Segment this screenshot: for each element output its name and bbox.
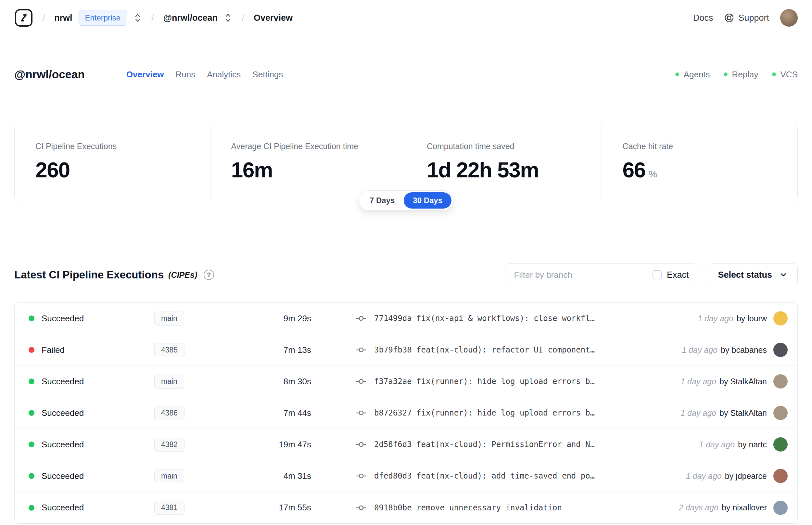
tab-settings[interactable]: Settings bbox=[252, 70, 283, 79]
nx-cloud-logo[interactable] bbox=[14, 9, 33, 27]
status-agents[interactable]: Agents bbox=[675, 70, 710, 79]
commit-text[interactable]: 0918b0be remove unnecessary invalidation bbox=[374, 503, 562, 512]
branch-cell: 4382 bbox=[154, 438, 240, 452]
branch-pill[interactable]: main bbox=[154, 375, 184, 389]
status-label: Failed bbox=[42, 345, 154, 355]
branch-pill[interactable]: main bbox=[154, 312, 184, 326]
stats-card: CI Pipeline Executions 260 Average CI Pi… bbox=[14, 124, 798, 201]
table-row[interactable]: Succeeded 4381 17m 55s 0918b0be remove u… bbox=[15, 492, 797, 523]
duration: 9m 29s bbox=[240, 314, 311, 324]
env-statuses: Agents Replay VCS bbox=[660, 65, 798, 84]
time-ago: 1 day ago bbox=[686, 471, 722, 481]
time-ago: 1 day ago bbox=[699, 440, 735, 449]
breadcrumb: / nrwl Enterprise / @nrwl/ocean / Overvi… bbox=[14, 9, 293, 27]
commit-text[interactable]: dfed80d3 feat(nx-cloud): add time-saved … bbox=[374, 471, 595, 480]
author-avatar bbox=[773, 311, 788, 326]
commit-text[interactable]: 3b79fb38 feat(nx-cloud): refactor UI com… bbox=[374, 345, 595, 355]
breadcrumb-separator: / bbox=[151, 12, 154, 24]
breadcrumb-workspace-group: @nrwl/ocean bbox=[163, 12, 232, 24]
git-commit-icon bbox=[356, 313, 366, 324]
branch-pill[interactable]: main bbox=[154, 469, 184, 483]
branch-filter-input[interactable] bbox=[505, 264, 643, 286]
branch-pill[interactable]: 4381 bbox=[154, 501, 184, 515]
author-avatar bbox=[773, 501, 788, 515]
workspace-switcher-button[interactable] bbox=[224, 12, 232, 24]
up-down-chevron-icon bbox=[224, 12, 232, 24]
green-dot-icon bbox=[724, 73, 727, 76]
status-dot bbox=[29, 315, 34, 321]
exact-checkbox[interactable] bbox=[653, 270, 662, 280]
row-meta: 1 day ago by nartc bbox=[699, 437, 788, 452]
stat-label: CI Pipeline Executions bbox=[35, 141, 197, 151]
commit-text[interactable]: b8726327 fix(runner): hide log upload er… bbox=[374, 408, 595, 418]
time-ago: 1 day ago bbox=[680, 377, 716, 386]
breadcrumb-workspace[interactable]: @nrwl/ocean bbox=[163, 13, 218, 23]
navbar-actions: Docs Support bbox=[693, 9, 798, 27]
breadcrumb-separator: / bbox=[242, 12, 245, 24]
table-row[interactable]: Failed 4385 7m 13s 3b79fb38 feat(nx-clou… bbox=[15, 334, 797, 366]
table-row[interactable]: Succeeded 4382 19m 47s 2d58f6d3 feat(nx-… bbox=[15, 429, 797, 460]
branch-cell: main bbox=[154, 375, 240, 389]
author: by bcabanes bbox=[721, 345, 767, 355]
stat-label: Computation time saved bbox=[427, 141, 588, 151]
branch-pill[interactable]: 4386 bbox=[154, 406, 184, 420]
stat-cache-hit-rate: Cache hit rate 66% bbox=[602, 124, 798, 201]
status-dot bbox=[29, 441, 34, 447]
tab-analytics[interactable]: Analytics bbox=[207, 70, 241, 79]
commit-text[interactable]: 2d58f6d3 feat(nx-cloud): PermissionError… bbox=[374, 440, 595, 449]
commit-cell: 771499da fix(nx-api & workflows): close … bbox=[311, 313, 698, 324]
table-row[interactable]: Succeeded 4386 7m 44s b8726327 fix(runne… bbox=[15, 397, 797, 429]
status-vcs-label: VCS bbox=[781, 70, 798, 79]
branch-cell: 4381 bbox=[154, 501, 240, 515]
status-label: Succeeded bbox=[42, 314, 154, 324]
commit-cell: b8726327 fix(runner): hide log upload er… bbox=[311, 408, 680, 418]
git-commit-icon bbox=[356, 439, 366, 450]
cipe-controls: Exact Select status bbox=[505, 264, 798, 286]
support-link[interactable]: Support bbox=[724, 13, 769, 23]
status-replay[interactable]: Replay bbox=[724, 70, 759, 79]
range-30-days-button[interactable]: 30 Days bbox=[404, 192, 451, 209]
stat-label: Average CI Pipeline Execution time bbox=[231, 141, 393, 151]
breadcrumb-org-group: nrwl Enterprise bbox=[54, 10, 142, 26]
commit-text[interactable]: f37a32ae fix(runner): hide log upload er… bbox=[374, 377, 595, 386]
branch-pill[interactable]: 4382 bbox=[154, 438, 184, 452]
author-avatar bbox=[773, 406, 788, 420]
duration: 7m 13s bbox=[240, 345, 311, 355]
org-switcher-button[interactable] bbox=[133, 12, 142, 24]
status-vcs[interactable]: VCS bbox=[772, 70, 798, 79]
status-dot bbox=[29, 378, 34, 384]
status-select-button[interactable]: Select status bbox=[708, 264, 798, 286]
row-meta: 2 days ago by nixallover bbox=[679, 501, 788, 515]
branch-pill[interactable]: 4385 bbox=[154, 343, 184, 357]
chevron-down-icon bbox=[779, 271, 788, 279]
docs-link[interactable]: Docs bbox=[693, 13, 713, 23]
status-replay-label: Replay bbox=[732, 70, 759, 79]
tab-overview[interactable]: Overview bbox=[126, 70, 164, 79]
table-row[interactable]: Succeeded main 8m 30s f37a32ae fix(runne… bbox=[15, 366, 797, 397]
commit-text[interactable]: 771499da fix(nx-api & workflows): close … bbox=[374, 314, 595, 323]
green-dot-icon bbox=[675, 73, 679, 76]
workspace-tabs: Overview Runs Analytics Settings bbox=[126, 70, 283, 79]
status-agents-label: Agents bbox=[684, 70, 710, 79]
stat-average-execution-time: Average CI Pipeline Execution time 16m bbox=[211, 124, 406, 201]
table-row[interactable]: Succeeded main 4m 31s dfed80d3 feat(nx-c… bbox=[15, 460, 797, 492]
nx-cloud-logo-icon bbox=[14, 9, 33, 27]
support-label: Support bbox=[738, 13, 769, 23]
tab-runs[interactable]: Runs bbox=[176, 70, 196, 79]
commit-cell: f37a32ae fix(runner): hide log upload er… bbox=[311, 376, 680, 387]
status-dot bbox=[29, 410, 34, 416]
status-dot bbox=[29, 505, 34, 511]
status-label: Succeeded bbox=[42, 408, 154, 418]
branch-cell: 4385 bbox=[154, 343, 240, 357]
user-avatar[interactable] bbox=[780, 9, 798, 27]
lifebuoy-icon bbox=[724, 13, 734, 23]
commit-cell: 2d58f6d3 feat(nx-cloud): PermissionError… bbox=[311, 439, 699, 450]
up-down-chevron-icon bbox=[134, 12, 142, 24]
help-icon[interactable]: ? bbox=[204, 270, 214, 280]
table-row[interactable]: Succeeded main 9m 29s 771499da fix(nx-ap… bbox=[15, 303, 797, 334]
author: by StalkAltan bbox=[719, 377, 767, 386]
duration: 19m 47s bbox=[240, 439, 311, 450]
author: by nartc bbox=[738, 440, 767, 449]
range-7-days-button[interactable]: 7 Days bbox=[361, 192, 404, 209]
breadcrumb-org[interactable]: nrwl bbox=[54, 13, 73, 23]
